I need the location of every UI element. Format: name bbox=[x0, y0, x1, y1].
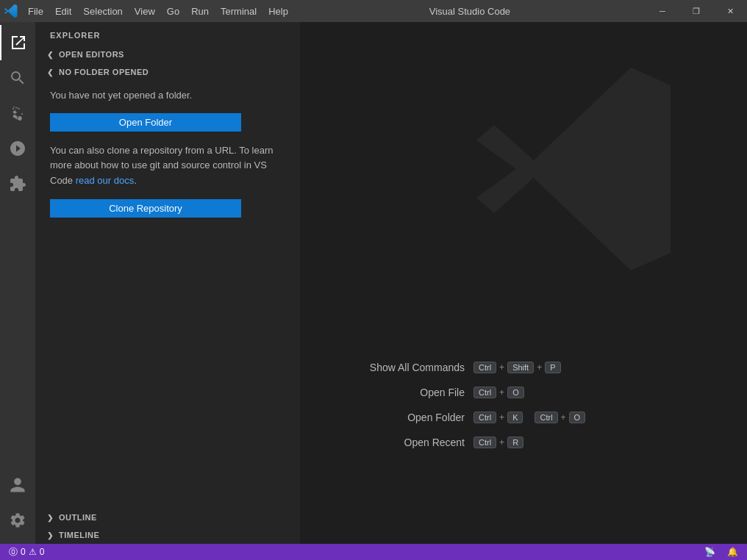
error-status[interactable]: ⓪ 0 ⚠ 0 bbox=[6, 546, 47, 559]
activity-search[interactable] bbox=[0, 60, 35, 96]
menu-go[interactable]: Go bbox=[161, 0, 185, 22]
open-folder-label: Open Folder bbox=[347, 412, 465, 423]
clone-description: You can also clone a repository from a U… bbox=[50, 143, 285, 189]
menu-help[interactable]: Help bbox=[262, 0, 294, 22]
status-bar-left: ⓪ 0 ⚠ 0 bbox=[6, 546, 47, 559]
timeline-label: TIMELINE bbox=[59, 531, 99, 539]
no-folder-label: NO FOLDER OPENED bbox=[59, 68, 149, 76]
show-all-commands-label: Show All Commands bbox=[347, 362, 465, 373]
menu-file[interactable]: File bbox=[22, 0, 49, 22]
maximize-button[interactable]: ❐ bbox=[679, 0, 713, 22]
open-editors-label: OPEN EDITORS bbox=[59, 50, 124, 59]
open-editors-section[interactable]: ❮ OPEN EDITORS bbox=[35, 46, 300, 63]
read-docs-link[interactable]: read our docs bbox=[76, 175, 135, 186]
key-ctrl: Ctrl bbox=[473, 362, 496, 373]
shortcut-open-folder: Open Folder Ctrl + K Ctrl + O bbox=[347, 412, 700, 423]
no-folder-text: You have not yet opened a folder. bbox=[50, 88, 285, 103]
sidebar-title: Explorer bbox=[35, 22, 300, 46]
shortcut-open-recent: Open Recent Ctrl + R bbox=[347, 437, 700, 448]
open-folder-button[interactable]: Open Folder bbox=[50, 113, 241, 132]
timeline-section[interactable]: ❯ TIMELINE bbox=[35, 526, 300, 544]
menu-view[interactable]: View bbox=[129, 0, 161, 22]
open-recent-label: Open Recent bbox=[347, 437, 465, 448]
activity-accounts[interactable] bbox=[0, 467, 35, 503]
status-bar-right: 📡 🔔 bbox=[701, 547, 741, 557]
close-button[interactable]: ✕ bbox=[713, 0, 747, 22]
outline-chevron: ❯ bbox=[44, 511, 56, 523]
notifications-status[interactable]: 🔔 bbox=[724, 547, 741, 557]
menu-terminal[interactable]: Terminal bbox=[215, 0, 262, 22]
key-p: P bbox=[545, 362, 560, 373]
sidebar-bottom: ❯ OUTLINE ❯ TIMELINE bbox=[35, 509, 300, 544]
notifications-icon: 🔔 bbox=[727, 547, 738, 557]
no-folder-section[interactable]: ❮ NO FOLDER OPENED bbox=[35, 63, 300, 81]
status-bar: ⓪ 0 ⚠ 0 📡 🔔 bbox=[0, 544, 747, 560]
key-k: K bbox=[507, 412, 523, 423]
key-shift: Shift bbox=[507, 362, 534, 373]
activity-settings[interactable] bbox=[0, 503, 35, 538]
title-bar-menu: File Edit Selection View Go Run Terminal… bbox=[0, 0, 294, 22]
open-file-keys: Ctrl + O bbox=[473, 387, 524, 398]
shortcut-show-all-commands: Show All Commands Ctrl + Shift + P bbox=[347, 362, 700, 373]
outline-label: OUTLINE bbox=[59, 513, 97, 522]
remote-icon: 📡 bbox=[704, 547, 715, 557]
menu-run[interactable]: Run bbox=[185, 0, 215, 22]
key-o2: O bbox=[569, 412, 586, 423]
activity-explorer[interactable] bbox=[0, 25, 35, 60]
key-ctrl2: Ctrl bbox=[535, 412, 557, 423]
window-controls: ─ ❐ ✕ bbox=[646, 0, 747, 22]
activity-bar-bottom bbox=[0, 467, 35, 544]
key-ctrl: Ctrl bbox=[473, 412, 496, 423]
clone-repository-button[interactable]: Clone Repository bbox=[50, 199, 241, 218]
title-bar: File Edit Selection View Go Run Terminal… bbox=[0, 0, 747, 22]
sidebar: Explorer ❮ OPEN EDITORS ❮ NO FOLDER OPEN… bbox=[35, 22, 300, 544]
main-layout: Explorer ❮ OPEN EDITORS ❮ NO FOLDER OPEN… bbox=[0, 22, 747, 544]
menu-selection[interactable]: Selection bbox=[77, 0, 128, 22]
shortcuts-panel: Show All Commands Ctrl + Shift + P Open … bbox=[347, 362, 700, 448]
activity-bar bbox=[0, 22, 35, 544]
remote-status[interactable]: 📡 bbox=[701, 547, 718, 557]
outline-section[interactable]: ❯ OUTLINE bbox=[35, 509, 300, 526]
minimize-button[interactable]: ─ bbox=[646, 0, 679, 22]
sidebar-content: You have not yet opened a folder. Open F… bbox=[35, 81, 300, 509]
editor-area: Show All Commands Ctrl + Shift + P Open … bbox=[300, 22, 747, 544]
key-o: O bbox=[507, 387, 524, 398]
key-ctrl: Ctrl bbox=[473, 437, 496, 448]
show-all-commands-keys: Ctrl + Shift + P bbox=[473, 362, 561, 373]
activity-source-control[interactable] bbox=[0, 96, 35, 131]
key-r: R bbox=[507, 437, 523, 448]
open-recent-keys: Ctrl + R bbox=[473, 437, 523, 448]
key-ctrl: Ctrl bbox=[473, 387, 496, 398]
activity-run[interactable] bbox=[0, 131, 35, 166]
warning-count: 0 bbox=[40, 547, 45, 557]
vscode-watermark bbox=[468, 59, 688, 281]
vscode-logo bbox=[0, 0, 22, 22]
error-count: 0 bbox=[21, 547, 26, 557]
shortcut-open-file: Open File Ctrl + O bbox=[347, 387, 700, 398]
timeline-chevron: ❯ bbox=[44, 529, 56, 541]
open-file-label: Open File bbox=[347, 387, 465, 398]
open-editors-chevron: ❮ bbox=[44, 49, 56, 60]
menu-edit[interactable]: Edit bbox=[49, 0, 77, 22]
activity-extensions[interactable] bbox=[0, 166, 35, 201]
error-icon: ⓪ bbox=[9, 546, 18, 559]
no-folder-chevron: ❮ bbox=[44, 66, 56, 78]
window-title: Visual Studio Code bbox=[294, 6, 646, 17]
warning-icon: ⚠ bbox=[29, 547, 37, 557]
open-folder-keys: Ctrl + K Ctrl + O bbox=[473, 412, 585, 423]
